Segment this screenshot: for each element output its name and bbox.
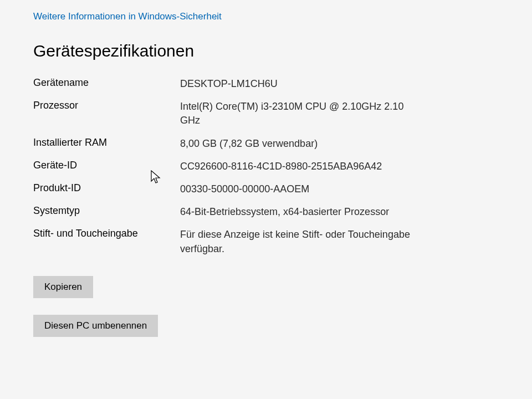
windows-security-link[interactable]: Weitere Informationen in Windows-Sicherh… <box>33 11 222 22</box>
spec-value: Für diese Anzeige ist keine Stift- oder … <box>180 228 413 255</box>
spec-value: 64-Bit-Betriebssystem, x64-basierter Pro… <box>180 205 389 219</box>
section-title-device-specs: Gerätespezifikationen <box>33 42 510 60</box>
spec-label: Produkt-ID <box>33 182 180 194</box>
spec-row-system-type: Systemtyp 64-Bit-Betriebssystem, x64-bas… <box>33 205 510 219</box>
spec-row-processor: Prozessor Intel(R) Core(TM) i3-2310M CPU… <box>33 100 510 127</box>
spec-label: Systemtyp <box>33 205 180 217</box>
spec-row-product-id: Produkt-ID 00330-50000-00000-AAOEM <box>33 182 510 196</box>
spec-row-ram: Installierter RAM 8,00 GB (7,82 GB verwe… <box>33 137 510 151</box>
spec-value: CC926600-8116-4C1D-8980-2515ABA96A42 <box>180 160 382 173</box>
spec-row-device-name: Gerätename DESKTOP-LM1CH6U <box>33 77 510 91</box>
spec-label: Geräte-ID <box>33 160 180 171</box>
spec-value: 00330-50000-00000-AAOEM <box>180 182 309 196</box>
device-spec-table: Gerätename DESKTOP-LM1CH6U Prozessor Int… <box>33 77 510 265</box>
spec-label: Installierter RAM <box>33 137 180 149</box>
spec-value: 8,00 GB (7,82 GB verwendbar) <box>180 137 318 151</box>
rename-pc-button[interactable]: Diesen PC umbenennen <box>33 315 158 337</box>
spec-row-device-id: Geräte-ID CC926600-8116-4C1D-8980-2515AB… <box>33 160 510 173</box>
spec-value: DESKTOP-LM1CH6U <box>180 77 278 91</box>
spec-label: Stift- und Toucheingabe <box>33 228 180 239</box>
copy-button[interactable]: Kopieren <box>33 276 93 298</box>
spec-label: Prozessor <box>33 100 180 111</box>
spec-row-pen-touch: Stift- und Toucheingabe Für diese Anzeig… <box>33 228 510 255</box>
spec-value: Intel(R) Core(TM) i3-2310M CPU @ 2.10GHz… <box>180 100 413 127</box>
spec-label: Gerätename <box>33 77 180 89</box>
